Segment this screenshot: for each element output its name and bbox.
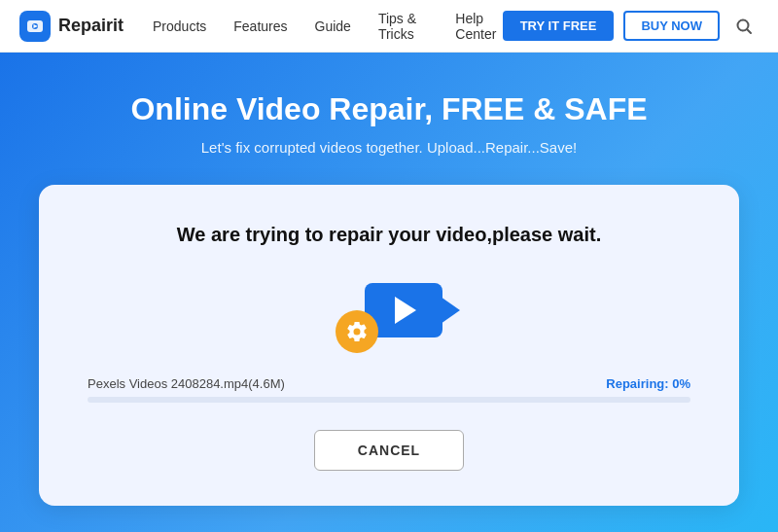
nav-item-features[interactable]: Features xyxy=(233,18,287,34)
nav-item-guide[interactable]: Guide xyxy=(315,18,351,34)
hero-subtitle: Let's fix corrupted videos together. Upl… xyxy=(201,139,577,156)
logo-icon xyxy=(19,11,51,42)
header-actions: TRY IT FREE BUY NOW xyxy=(503,11,759,41)
play-triangle-icon xyxy=(395,297,416,324)
buy-now-button[interactable]: BUY NOW xyxy=(623,11,720,41)
video-repair-icon xyxy=(336,275,442,353)
progress-bar-background xyxy=(88,397,690,403)
logo-text: Repairit xyxy=(58,16,124,36)
file-label: Pexels Videos 2408284.mp4(4.6M) xyxy=(88,376,285,391)
search-icon[interactable] xyxy=(729,12,759,41)
nav-item-products[interactable]: Products xyxy=(153,18,206,34)
progress-row: Pexels Videos 2408284.mp4(4.6M) Repairin… xyxy=(88,376,690,391)
repair-status: Repairing: 0% xyxy=(606,376,690,391)
nav: Products Features Guide Tips & Tricks He… xyxy=(153,11,503,42)
card-title: We are trying to repair your video,pleas… xyxy=(177,224,601,246)
cancel-button[interactable]: CANCEL xyxy=(314,430,464,471)
logo[interactable]: Repairit xyxy=(19,11,124,42)
try-free-button[interactable]: TRY IT FREE xyxy=(503,11,615,41)
repair-card: We are trying to repair your video,pleas… xyxy=(39,185,739,506)
gear-icon xyxy=(336,310,378,353)
main-content: Online Video Repair, FREE & SAFE Let's f… xyxy=(0,53,778,532)
svg-line-4 xyxy=(748,29,752,33)
nav-item-tips-tricks[interactable]: Tips & Tricks xyxy=(378,11,428,42)
header: Repairit Products Features Guide Tips & … xyxy=(0,0,778,53)
hero-title: Online Video Repair, FREE & SAFE xyxy=(130,91,647,127)
nav-item-help-center[interactable]: Help Center xyxy=(455,11,502,42)
